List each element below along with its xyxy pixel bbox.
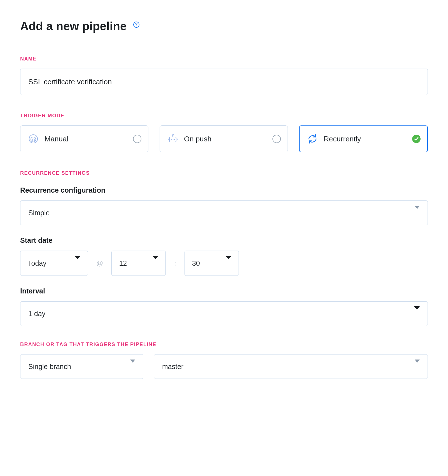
select-value: Single branch (28, 363, 71, 371)
help-icon[interactable] (133, 21, 140, 28)
trigger-label: Recurrently (324, 135, 412, 143)
branch-name-select[interactable]: master (154, 354, 428, 379)
select-value: master (162, 363, 183, 371)
start-hour-select[interactable]: 12 (111, 251, 166, 276)
recurrence-config-label: Recurrence configuration (20, 186, 428, 194)
trigger-label: On push (184, 135, 272, 143)
recurrence-config-select[interactable]: Simple (20, 200, 428, 225)
radio-unchecked-icon (272, 135, 281, 143)
caret-down-icon (415, 209, 420, 217)
at-separator: @ (96, 259, 103, 267)
trigger-mode-section-label: TRIGGER MODE (20, 113, 428, 119)
caret-down-icon (130, 363, 135, 371)
start-day-select[interactable]: Today (20, 251, 88, 276)
trigger-option-onpush[interactable]: On push (160, 125, 288, 152)
trigger-label: Manual (45, 135, 133, 143)
trigger-option-manual[interactable]: Manual (20, 125, 148, 152)
recurrent-icon (306, 134, 319, 144)
branch-type-select[interactable]: Single branch (20, 354, 143, 379)
colon-separator: : (174, 259, 176, 267)
interval-select[interactable]: 1 day (20, 301, 428, 326)
select-value: Today (28, 259, 46, 267)
check-icon (412, 135, 421, 143)
name-section-label: NAME (20, 56, 428, 62)
select-value: 30 (192, 259, 200, 267)
svg-point-9 (172, 134, 173, 135)
interval-label: Interval (20, 287, 428, 295)
caret-down-icon (414, 310, 420, 318)
pipeline-name-input[interactable] (20, 69, 428, 95)
caret-down-icon (75, 259, 80, 267)
page-title: Add a new pipeline (20, 20, 127, 33)
select-value: Simple (28, 209, 50, 217)
robot-icon (167, 133, 179, 145)
caret-down-icon (415, 363, 420, 371)
svg-point-6 (171, 139, 172, 140)
start-minute-select[interactable]: 30 (185, 251, 239, 276)
radio-unchecked-icon (133, 135, 141, 143)
start-date-label: Start date (20, 236, 428, 244)
caret-down-icon (153, 259, 158, 267)
svg-point-7 (174, 139, 175, 140)
svg-rect-5 (169, 137, 176, 142)
branch-section-label: BRANCH OR TAG THAT TRIGGERS THE PIPELINE (20, 342, 428, 347)
svg-point-1 (136, 26, 137, 26)
trigger-option-recurrently[interactable]: Recurrently (299, 125, 428, 152)
manual-icon (27, 133, 39, 144)
svg-point-4 (32, 139, 34, 141)
select-value: 12 (119, 259, 127, 267)
recurrence-section-label: RECURRENCE SETTINGS (20, 170, 428, 176)
caret-down-icon (226, 259, 231, 267)
select-value: 1 day (28, 310, 45, 318)
